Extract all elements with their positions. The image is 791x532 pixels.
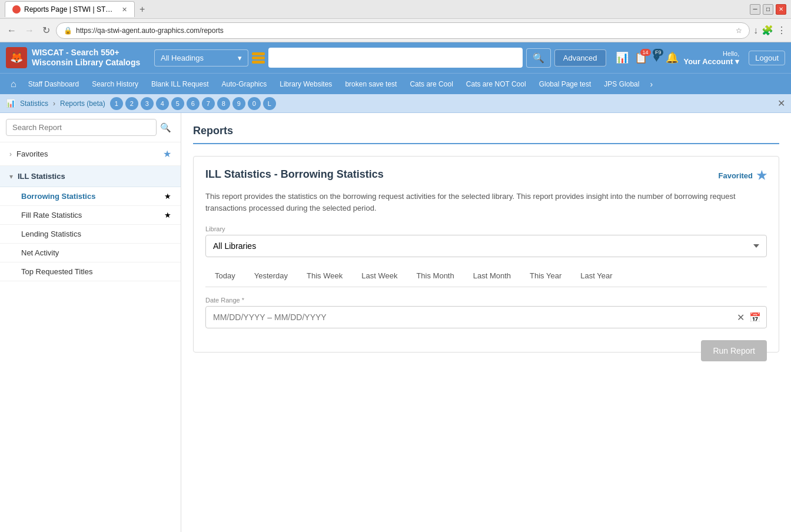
- report-card: ILL Statistics - Borrowing Statistics Fa…: [193, 156, 779, 353]
- browser-toolbar-icons: ↓ 🧩 ⋮: [753, 25, 786, 36]
- window-controls: ─ □ ✕: [750, 4, 786, 15]
- downloads-icon[interactable]: ↓: [753, 25, 758, 36]
- account-area[interactable]: Hello, Your Account ▾: [683, 50, 739, 66]
- nav-item-search-history[interactable]: Search History: [86, 77, 144, 92]
- page-num-3[interactable]: 3: [141, 97, 154, 110]
- advanced-button[interactable]: Advanced: [554, 49, 606, 66]
- date-tab-this-week[interactable]: This Week: [297, 267, 352, 287]
- net-activity-label: Net Activity: [21, 248, 171, 257]
- ill-statistics-label: ILL Statistics: [18, 172, 171, 181]
- breadcrumb-bar: 📊 Statistics › Reports (beta) 1 2 3 4 5 …: [0, 94, 791, 113]
- page-num-9[interactable]: 9: [232, 97, 245, 110]
- breadcrumb-close-icon[interactable]: ✕: [777, 98, 785, 109]
- page-num-5[interactable]: 5: [171, 97, 184, 110]
- nav-item-cats-not-cool[interactable]: Cats are NOT Cool: [460, 77, 532, 92]
- library-label: Library: [205, 225, 767, 232]
- date-range-icons: ✕ 📅: [737, 312, 761, 323]
- favorites-expand-icon: ›: [9, 150, 12, 158]
- sidebar-sub-item-net-activity[interactable]: Net Activity: [0, 244, 181, 262]
- notifications-icon[interactable]: 📋 14: [634, 51, 647, 64]
- reports-icon[interactable]: 📊: [616, 51, 629, 64]
- favorited-star-icon[interactable]: ★: [756, 168, 767, 182]
- sidebar-sub-item-top-requested[interactable]: Top Requested Titles: [0, 262, 181, 281]
- home-icon[interactable]: ⌂: [6, 77, 21, 92]
- breadcrumb-statistics[interactable]: Statistics: [20, 99, 48, 108]
- logout-button[interactable]: Logout: [749, 51, 785, 65]
- nav-item-blank-ill[interactable]: Blank ILL Request: [145, 77, 215, 92]
- page-num-7[interactable]: 7: [202, 97, 215, 110]
- sidebar-item-favorites[interactable]: › Favorites ★: [0, 142, 181, 166]
- account-name: Your Account ▾: [683, 57, 739, 66]
- search-type-dropdown[interactable]: All Headings ▾: [154, 49, 248, 66]
- date-range-input[interactable]: [205, 306, 767, 328]
- page-num-6[interactable]: 6: [187, 97, 200, 110]
- borrowing-star-icon[interactable]: ★: [164, 192, 171, 201]
- nav-item-library-websites[interactable]: Library Websites: [274, 77, 338, 92]
- borrowing-statistics-label: Borrowing Statistics: [21, 192, 164, 201]
- library-select[interactable]: All Libraries: [205, 235, 767, 257]
- sidebar-item-ill-statistics[interactable]: ▾ ILL Statistics: [0, 166, 181, 187]
- tab-close-icon[interactable]: ✕: [122, 6, 127, 14]
- search-button[interactable]: 🔍: [526, 48, 551, 68]
- page-num-L[interactable]: L: [263, 97, 276, 110]
- close-button[interactable]: ✕: [776, 4, 786, 15]
- fill-rate-star-icon[interactable]: ★: [164, 211, 171, 220]
- date-range-wrapper: ✕ 📅: [205, 306, 767, 328]
- sidebar-sub-item-lending[interactable]: Lending Statistics: [0, 225, 181, 244]
- date-range-group: Date Range * ✕ 📅: [205, 297, 767, 328]
- bell-icon[interactable]: 🔔: [666, 51, 679, 64]
- page-num-2[interactable]: 2: [125, 97, 138, 110]
- sidebar-search-input[interactable]: [6, 119, 157, 136]
- page-title: Reports: [193, 125, 779, 144]
- date-tab-last-week[interactable]: Last Week: [352, 267, 407, 287]
- library-form-group: Library All Libraries: [205, 225, 767, 257]
- nav-bar: ⌂ Staff Dashboard Search History Blank I…: [0, 73, 791, 94]
- nav-item-staff-dashboard[interactable]: Staff Dashboard: [22, 77, 85, 92]
- nav-item-cats-cool[interactable]: Cats are Cool: [404, 77, 458, 92]
- new-tab-button[interactable]: +: [135, 2, 149, 17]
- app-header: 🦊 WISCAT - Search 550+ Wisconsin Library…: [0, 42, 791, 73]
- nav-more-icon[interactable]: ›: [646, 77, 656, 91]
- notification-badge: 14: [640, 49, 651, 56]
- sidebar-search-button[interactable]: 🔍: [157, 120, 175, 135]
- nav-item-jps-global[interactable]: JPS Global: [598, 77, 645, 92]
- date-tab-this-month[interactable]: This Month: [407, 267, 463, 287]
- heart-icon[interactable]: ♥ F9: [653, 51, 660, 65]
- minimize-button[interactable]: ─: [750, 4, 760, 15]
- extensions-icon[interactable]: 🧩: [762, 25, 773, 36]
- menu-icon[interactable]: ⋮: [777, 25, 786, 36]
- account-greeting: Hello,: [683, 50, 739, 57]
- page-num-8[interactable]: 8: [217, 97, 230, 110]
- nav-item-global-page[interactable]: Global Page test: [533, 77, 597, 92]
- run-report-button[interactable]: Run Report: [701, 340, 767, 361]
- maximize-button[interactable]: □: [763, 4, 773, 15]
- nav-item-broken-save[interactable]: broken save test: [339, 77, 403, 92]
- browser-tab[interactable]: Reports Page | STWI | STWI | Au... ✕: [5, 1, 135, 17]
- date-tab-last-month[interactable]: Last Month: [464, 267, 520, 287]
- date-tab-this-year[interactable]: This Year: [520, 267, 571, 287]
- clear-date-icon[interactable]: ✕: [737, 312, 745, 323]
- favorites-label: Favorites: [16, 149, 163, 158]
- title-bar-left: Reports Page | STWI | STWI | Au... ✕ +: [5, 1, 149, 17]
- page-num-1[interactable]: 1: [110, 97, 123, 110]
- header-icons: 📊 📋 14 ♥ F9 🔔: [616, 51, 679, 65]
- sidebar-sub-item-fill-rate[interactable]: Fill Rate Statistics ★: [0, 206, 181, 225]
- search-input[interactable]: [268, 48, 523, 68]
- page-num-4[interactable]: 4: [156, 97, 169, 110]
- star-icon[interactable]: ☆: [736, 26, 742, 35]
- calendar-icon[interactable]: 📅: [749, 312, 761, 323]
- refresh-button[interactable]: ↻: [40, 22, 52, 38]
- breadcrumb-reports[interactable]: Reports (beta): [60, 99, 105, 108]
- page-num-0[interactable]: 0: [248, 97, 261, 110]
- tab-title: Reports Page | STWI | STWI | Au...: [24, 5, 118, 14]
- date-tab-today[interactable]: Today: [205, 267, 245, 287]
- forward-button[interactable]: →: [22, 23, 36, 38]
- date-tab-last-year[interactable]: Last Year: [571, 267, 622, 287]
- favorited-label: Favorited: [718, 171, 753, 180]
- svg-point-0: [14, 6, 19, 12]
- nav-item-auto-graphics[interactable]: Auto-Graphics: [216, 77, 273, 92]
- date-tab-yesterday[interactable]: Yesterday: [245, 267, 297, 287]
- back-button[interactable]: ←: [5, 23, 19, 38]
- sidebar-sub-item-borrowing[interactable]: Borrowing Statistics ★: [0, 187, 181, 206]
- url-bar[interactable]: 🔒 https://qa-stwi-agent.auto-graphics.co…: [56, 22, 750, 39]
